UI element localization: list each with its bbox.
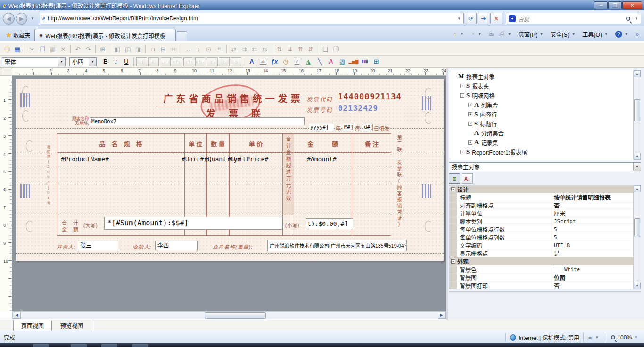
space-across-icon[interactable]: ⇄ xyxy=(229,44,239,54)
invoice-sheet[interactable]: 广东省商品销售统一发票 发票联 发票代码 144000921134 发票号码 0… xyxy=(16,79,444,261)
barcode-icon[interactable]: ‖‖‖ xyxy=(360,57,370,66)
tree-item-node[interactable]: -S明细网格 xyxy=(450,91,640,100)
property-value[interactable]: 位图 xyxy=(551,273,641,281)
column-header[interactable]: 数 量 xyxy=(206,139,229,148)
property-row[interactable]: 背景图位图 xyxy=(449,273,641,281)
property-value[interactable]: 5 xyxy=(551,226,641,232)
object-selector[interactable]: 报表主对象 ▼ xyxy=(449,162,641,171)
text-align-right-icon[interactable]: ≡ xyxy=(160,57,171,66)
textbox-icon[interactable]: ab xyxy=(258,57,268,66)
property-category[interactable]: −外观 xyxy=(449,257,641,265)
space-down-inc-icon[interactable]: ⇊ xyxy=(285,44,295,54)
view-tab-preview[interactable]: 预览视图 xyxy=(53,320,91,331)
taskbar[interactable] xyxy=(0,343,644,347)
align-left-icon[interactable]: ◧ xyxy=(113,44,122,54)
design-canvas[interactable]: 广东省商品销售统一发票 发票联 发票代码 144000921134 发票号码 0… xyxy=(12,76,446,311)
text-valign-top-icon[interactable]: ≡ xyxy=(183,57,194,66)
total-amount-field[interactable]: *[#Sum(Amount):$$#] xyxy=(104,217,282,230)
address-dropdown-icon[interactable]: ▼ xyxy=(455,17,463,21)
date-month-field[interactable]: M#] xyxy=(343,124,354,131)
align-top-icon[interactable]: ⊓ xyxy=(148,44,157,54)
property-row[interactable]: 背景图打印否 xyxy=(449,281,641,289)
expand-icon[interactable]: + xyxy=(468,112,472,116)
collapse-icon[interactable]: − xyxy=(451,259,455,264)
field-placeholder[interactable]: #UnitPrice# xyxy=(228,156,268,163)
safety-menu[interactable]: 安全(S)▼ xyxy=(548,29,580,39)
tree-item-node[interactable]: M报表主对象 xyxy=(450,72,640,81)
zoom-dropdown-icon[interactable]: ▼ xyxy=(632,335,640,339)
view-tab-page[interactable]: 页面视图 xyxy=(13,320,52,331)
search-box[interactable]: 百度 ▼ xyxy=(506,13,641,24)
refresh-button[interactable]: ⟳ xyxy=(465,13,477,24)
property-row[interactable]: 计量单位厘米 xyxy=(449,209,641,217)
scroll-right-icon[interactable]: ▶ xyxy=(438,312,446,319)
date-day-field[interactable]: d#] xyxy=(363,124,373,131)
column-header[interactable]: 品 名 规 格 xyxy=(57,139,184,148)
tree-scrollbar[interactable]: ▲ ▼ xyxy=(633,70,641,160)
text-align-left-icon[interactable]: ≡ xyxy=(136,57,147,66)
copy-icon[interactable]: ❐ xyxy=(38,44,47,54)
stop-button[interactable]: ✕ xyxy=(490,13,502,24)
property-row[interactable]: 显示栅格点是 xyxy=(449,249,641,257)
tree-item-node[interactable]: A分组集合 xyxy=(450,128,640,138)
property-value[interactable]: 5 xyxy=(551,234,641,240)
scroll-down-icon[interactable]: ▼ xyxy=(634,153,641,160)
forward-button[interactable]: ▶ xyxy=(16,13,27,25)
tree-item-node[interactable]: +A列集合 xyxy=(450,100,640,109)
minimize-button[interactable]: ─ xyxy=(594,1,608,9)
total-amount-numeric-field[interactable]: t):$0.00,#] xyxy=(306,218,353,229)
italic-button[interactable]: I xyxy=(111,57,121,66)
history-dropdown-icon[interactable]: ▼ xyxy=(28,17,37,21)
address-bar[interactable]: e http://www.tuowei.cn/WebReport/BillPri… xyxy=(40,13,464,24)
issuer-field[interactable]: 张三 xyxy=(78,241,118,250)
cashier-field[interactable]: 李四 xyxy=(155,241,198,250)
expand-icon[interactable]: + xyxy=(460,150,464,154)
property-grid-scrollbar[interactable]: ▲ ▼ xyxy=(633,185,641,289)
font-color-icon[interactable]: A xyxy=(247,57,257,66)
expand-icon[interactable]: + xyxy=(460,84,464,88)
shape-icon[interactable]: ◮ xyxy=(303,57,314,66)
home-button[interactable]: ⌂▼ xyxy=(451,29,469,39)
property-row[interactable]: 背景色White xyxy=(449,265,641,273)
scroll-up-icon[interactable]: ▲ xyxy=(634,70,641,77)
property-value[interactable]: UTF-8 xyxy=(551,242,641,248)
expand-icon[interactable]: + xyxy=(468,140,472,145)
help-button[interactable]: ?▼ xyxy=(613,29,633,39)
text-valign-middle-icon[interactable]: ≡ xyxy=(195,57,206,66)
space-across-dec-icon[interactable]: ⇇ xyxy=(250,44,259,54)
scroll-down-icon[interactable]: ▼ xyxy=(634,282,641,289)
tools-menu[interactable]: 工具(O)▼ xyxy=(580,29,613,39)
text-style-icon[interactable]: A xyxy=(326,57,336,66)
search-icon[interactable] xyxy=(626,17,630,21)
property-row[interactable]: 标题按单统计销售明细报表 xyxy=(449,193,641,201)
scroll-left-icon[interactable]: ◀ xyxy=(13,312,21,319)
space-down-dec-icon[interactable]: ⇈ xyxy=(296,44,305,54)
back-button[interactable]: ◀ xyxy=(3,13,15,25)
image-icon[interactable]: ▧ xyxy=(337,57,347,66)
same-width-icon[interactable]: ↔ xyxy=(183,44,193,54)
collapse-icon[interactable]: − xyxy=(451,187,455,191)
tree-item-node[interactable]: +S内容行 xyxy=(450,109,640,119)
feeds-button[interactable]: ◔▼ xyxy=(469,29,487,39)
detail-grid[interactable]: 品 名 规 格单 位数 量单 价金 额备 注 #ProductName##Uni… xyxy=(57,133,391,236)
expand-icon[interactable]: + xyxy=(468,122,472,126)
property-row[interactable]: 每单位栅格点行数5 xyxy=(449,225,641,233)
property-grid[interactable]: −设计标题按单统计销售明细报表对齐到栅格点否计量单位厘米脚本类别JScript每… xyxy=(449,185,641,289)
expand-icon[interactable]: + xyxy=(468,103,472,107)
column-header[interactable]: 备 注 xyxy=(352,139,392,148)
close-button[interactable]: ✕ xyxy=(622,1,642,9)
field-placeholder[interactable]: #ProductName# xyxy=(61,156,109,163)
address-input[interactable]: http://www.tuowei.cn/WebReport/BillPrint… xyxy=(48,15,455,22)
field-placeholder[interactable]: #Unit# xyxy=(182,156,204,163)
text-valign-bottom-icon[interactable]: ≡ xyxy=(207,57,218,66)
go-button[interactable]: ➔ xyxy=(478,13,489,24)
line-icon[interactable]: ╲ xyxy=(314,57,325,66)
send-to-back-icon[interactable]: ❐ xyxy=(331,44,340,54)
scroll-up-icon[interactable]: ▲ xyxy=(634,185,641,192)
print-button[interactable]: ⎙▼ xyxy=(497,29,516,39)
property-row[interactable]: 文字编码UTF-8 xyxy=(449,241,641,249)
zoom-level[interactable]: 100% xyxy=(617,334,632,341)
tree-item-node[interactable]: +S报表头 xyxy=(450,81,640,91)
snap-grid-icon[interactable]: ⊞ xyxy=(98,44,107,54)
font-family-dropdown-icon[interactable]: ▼ xyxy=(58,58,65,66)
